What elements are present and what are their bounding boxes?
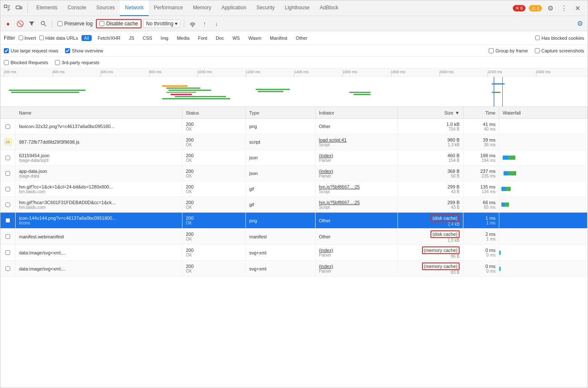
filter-type-css[interactable]: CSS	[140, 35, 155, 41]
table-row[interactable]: JS987-72fb77dd6fd29f3f9698.js200OKscript…	[0, 134, 588, 150]
td-status: 200OK	[182, 134, 246, 150]
th-initiator[interactable]: Initiator	[316, 107, 398, 118]
row-checkbox[interactable]	[5, 171, 10, 176]
table-row[interactable]: 63159454.json/page-data/sq/d200OKjson(in…	[0, 150, 588, 166]
record-button[interactable]: ●	[3, 19, 13, 29]
export-icon[interactable]: ↓	[211, 19, 221, 29]
tab-console[interactable]: Console	[63, 0, 91, 16]
table-row[interactable]: icon-144x144.png?v=c46137a6a0bc0951800..…	[0, 213, 588, 229]
svg-rect-18	[354, 94, 370, 95]
tab-sources[interactable]: Sources	[91, 0, 120, 16]
td-initiator[interactable]: (index)Parser	[316, 261, 398, 276]
import-icon[interactable]: ↑	[199, 19, 210, 29]
row-checkbox[interactable]	[5, 218, 10, 223]
td-initiator[interactable]: hm.js?5bf8667...:25Script	[316, 197, 398, 212]
filter-type-img[interactable]: Img	[158, 35, 171, 41]
table-row[interactable]: app-data.json/page-data200OKjson(index)P…	[0, 166, 588, 181]
td-initiator[interactable]: load script:41Script	[316, 134, 398, 150]
tab-adblock[interactable]: AdBlock	[315, 0, 343, 16]
td-name: app-data.json/page-data	[16, 166, 182, 181]
options-bar: Use large request rows Show overview Gro…	[0, 45, 588, 57]
network-settings-icon[interactable]: ⚙	[575, 19, 585, 29]
th-status[interactable]: Status	[182, 107, 246, 118]
responsive-icon[interactable]	[14, 3, 24, 13]
hide-data-urls-label[interactable]: Hide data URLs	[39, 36, 78, 41]
network-conditions-icon[interactable]	[188, 19, 198, 29]
td-initiator[interactable]: hm.js?5bf8667...:25Script	[316, 181, 398, 197]
td-initiator[interactable]: (index)Parser	[316, 166, 398, 181]
preserve-log-label[interactable]: Preserve log	[56, 21, 94, 27]
td-waterfall	[499, 229, 588, 244]
tab-performance[interactable]: Performance	[149, 0, 188, 16]
has-blocked-cookies-checkbox[interactable]	[535, 36, 540, 40]
use-large-rows-checkbox[interactable]	[4, 48, 9, 53]
filter-type-font[interactable]: Font	[196, 35, 210, 41]
filter-type-manifest[interactable]: Manifest	[267, 35, 290, 41]
table-row[interactable]: hm.gif?hca=3C601F31FDEBAD0D&cc=1&ck...hm…	[0, 197, 588, 213]
disable-cache-label[interactable]: Disable cache	[96, 19, 141, 28]
filter-type-fetch-xhr[interactable]: Fetch/XHR	[95, 35, 123, 41]
td-initiator[interactable]: (index)Parser	[316, 245, 398, 260]
row-checkbox[interactable]	[5, 250, 10, 255]
th-time[interactable]: Time	[463, 107, 499, 118]
table-row[interactable]: data:image/svg+xml;...200OKsvg+xml(index…	[0, 245, 588, 261]
th-type[interactable]: Type	[246, 107, 316, 118]
row-checkbox[interactable]	[5, 266, 10, 271]
preserve-log-checkbox[interactable]	[57, 21, 63, 26]
throttle-select[interactable]: No throttling ▾	[143, 19, 181, 28]
show-overview-label[interactable]: Show overview	[65, 48, 103, 53]
filter-icon-button[interactable]	[27, 19, 37, 29]
more-options-icon[interactable]: ⋮	[559, 3, 569, 13]
capture-screenshots-checkbox[interactable]	[535, 48, 540, 53]
third-party-requests-label[interactable]: 3rd-party requests	[55, 60, 99, 65]
blocked-requests-checkbox[interactable]	[4, 60, 9, 65]
invert-filter-label[interactable]: Invert	[19, 36, 36, 41]
filter-type-doc[interactable]: Doc	[213, 35, 227, 41]
settings-icon[interactable]: ⚙	[545, 3, 555, 13]
clear-button[interactable]: 🚫	[15, 19, 25, 29]
table-row[interactable]: manifest.webmanifest200OKmanifestOther(d…	[0, 229, 588, 245]
third-party-requests-checkbox[interactable]	[55, 60, 60, 65]
row-checkbox[interactable]	[5, 187, 10, 191]
tab-network[interactable]: Network	[120, 0, 149, 16]
group-by-frame-checkbox[interactable]	[489, 48, 494, 53]
filter-type-wasm[interactable]: Wasm	[246, 35, 264, 41]
table-row[interactable]: hm.gif?cc=1&ck=1&cl=24-bit&ds=1280x800..…	[0, 181, 588, 197]
group-by-frame-label[interactable]: Group by frame	[489, 48, 528, 53]
hide-data-urls-checkbox[interactable]	[39, 36, 44, 40]
inspect-icon[interactable]	[2, 3, 12, 13]
th-waterfall[interactable]: Waterfall	[499, 107, 588, 118]
tab-memory[interactable]: Memory	[188, 0, 216, 16]
row-checkbox[interactable]	[5, 124, 10, 129]
tab-security[interactable]: Security	[251, 0, 280, 16]
filter-type-all[interactable]: All	[82, 35, 92, 41]
table-row[interactable]: favicon-32x32.png?v=c46137a6a0bc095180..…	[0, 119, 588, 134]
td-status: 200OK	[182, 229, 246, 244]
tab-elements[interactable]: Elements	[31, 0, 63, 16]
td-size: (memory cache)83 B	[398, 261, 463, 276]
show-overview-checkbox[interactable]	[65, 48, 70, 53]
tab-lighthouse[interactable]: Lighthouse	[280, 0, 315, 16]
row-checkbox[interactable]	[5, 234, 10, 239]
filter-type-media[interactable]: Media	[174, 35, 192, 41]
th-name[interactable]: Name	[16, 107, 182, 118]
close-devtools-icon[interactable]: ✕	[572, 3, 583, 13]
disable-cache-checkbox[interactable]	[99, 21, 104, 26]
filter-type-ws[interactable]: WS	[230, 35, 242, 41]
th-size[interactable]: Size ▼	[398, 107, 463, 118]
filter-type-js[interactable]: JS	[126, 35, 137, 41]
row-checkbox[interactable]	[5, 202, 10, 207]
row-checkbox[interactable]	[5, 156, 10, 160]
blocked-requests-label[interactable]: Blocked Requests	[4, 60, 48, 65]
row-select-cell	[0, 213, 16, 228]
table-row[interactable]: data:image/svg+xml;...200OKsvg+xml(index…	[0, 261, 588, 277]
has-blocked-cookies-label[interactable]: Has blocked cookies	[535, 36, 584, 41]
use-large-rows-label[interactable]: Use large request rows	[4, 48, 58, 53]
td-initiator[interactable]: (index)Parser	[316, 150, 398, 165]
filter-type-other[interactable]: Other	[293, 35, 310, 41]
capture-screenshots-label[interactable]: Capture screenshots	[535, 48, 585, 53]
invert-filter-checkbox[interactable]	[19, 36, 23, 40]
tab-application[interactable]: Application	[216, 0, 251, 16]
search-button[interactable]	[38, 19, 49, 29]
td-waterfall	[499, 119, 588, 134]
